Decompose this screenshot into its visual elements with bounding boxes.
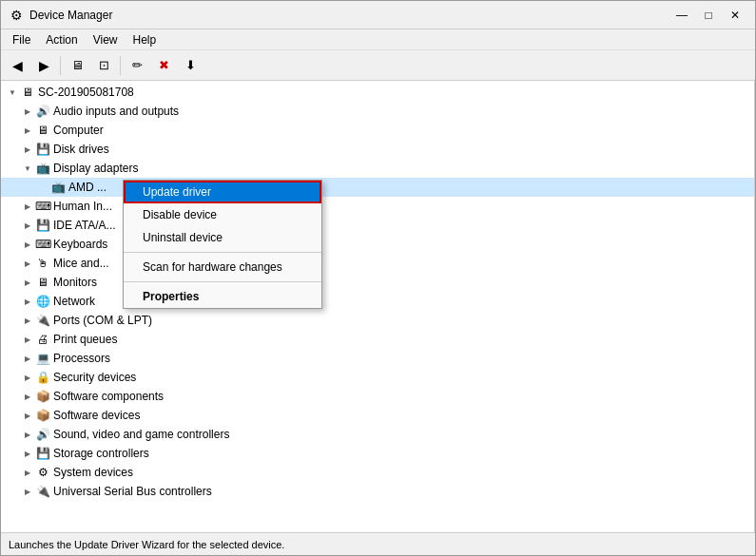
edit-button[interactable]: ✏ [125, 53, 149, 78]
tree-item-storage[interactable]: ▶ 💾 Storage controllers [1, 444, 754, 463]
sw-devices-arrow: ▶ [20, 408, 35, 423]
ctx-separator-2 [124, 281, 321, 282]
display-icon: 📺 [35, 161, 50, 176]
ports-arrow: ▶ [20, 313, 35, 328]
update-button[interactable]: ⬇ [178, 53, 203, 78]
human-label: Human In... [53, 200, 112, 213]
menubar: File Action View Help [1, 29, 755, 50]
sound-label: Sound, video and game controllers [53, 428, 229, 441]
ctx-properties[interactable]: Properties [124, 285, 321, 308]
tree-item-human[interactable]: ▶ ⌨ Human In... [1, 197, 754, 216]
disk-icon: 💾 [35, 142, 50, 157]
mice-arrow: ▶ [20, 256, 35, 271]
tree-item-usb[interactable]: ▶ 🔌 Universal Serial Bus controllers [1, 482, 754, 501]
statusbar-text: Launches the Update Driver Wizard for th… [9, 539, 284, 550]
audio-icon: 🔊 [35, 104, 50, 119]
menu-help[interactable]: Help [126, 31, 165, 48]
tree-item-network[interactable]: ▶ 🌐 Network [1, 292, 754, 311]
ctx-disable-device[interactable]: Disable device [124, 203, 321, 226]
tree-item-computer[interactable]: ▶ 🖥 Computer [1, 121, 754, 140]
ctx-separator-1 [124, 252, 321, 253]
tree-item-disk[interactable]: ▶ 💾 Disk drives [1, 140, 754, 159]
menu-view[interactable]: View [86, 31, 126, 48]
tree-item-ide[interactable]: ▶ 💾 IDE ATA/A... [1, 216, 754, 235]
network-icon: 🌐 [35, 294, 50, 309]
tree-item-monitors[interactable]: ▶ 🖥 Monitors [1, 273, 754, 292]
delete-button[interactable]: ✖ [151, 53, 176, 78]
sw-devices-icon: 📦 [35, 408, 50, 423]
amd-label: AMD ... [68, 181, 107, 194]
toolbar-separator-1 [60, 56, 61, 75]
tree-root[interactable]: ▼ 🖥 SC-201905081708 [1, 83, 754, 102]
storage-label: Storage controllers [53, 447, 149, 460]
keyboards-icon: ⌨ [35, 237, 50, 252]
security-label: Security devices [53, 371, 136, 384]
titlebar: ⚙ Device Manager — □ ✕ [1, 1, 755, 29]
monitors-arrow: ▶ [20, 275, 35, 290]
menu-action[interactable]: Action [38, 31, 85, 48]
ports-icon: 🔌 [35, 313, 50, 328]
sw-components-icon: 📦 [35, 389, 50, 404]
computer-label: Computer [53, 124, 104, 137]
system-icon: ⚙ [35, 465, 50, 480]
ctx-update-driver[interactable]: Update driver [124, 181, 321, 203]
monitors-icon: 🖥 [35, 275, 50, 290]
system-arrow: ▶ [20, 465, 35, 480]
tree-item-mice[interactable]: ▶ 🖱 Mice and... [1, 254, 754, 273]
tree-item-display[interactable]: ▼ 📺 Display adapters [1, 159, 754, 178]
minimize-button[interactable]: — [669, 6, 694, 25]
sw-components-arrow: ▶ [20, 389, 35, 404]
tree-item-sw-components[interactable]: ▶ 📦 Software components [1, 387, 754, 406]
usb-icon: 🔌 [35, 484, 50, 499]
monitors-label: Monitors [53, 276, 97, 289]
view-button[interactable]: ⊡ [91, 53, 116, 78]
tree-item-system[interactable]: ▶ ⚙ System devices [1, 463, 754, 482]
ide-label: IDE ATA/A... [53, 219, 116, 232]
mice-label: Mice and... [53, 257, 109, 270]
audio-arrow: ▶ [20, 104, 35, 119]
sw-components-label: Software components [53, 390, 164, 403]
tree-item-print[interactable]: ▶ 🖨 Print queues [1, 330, 754, 349]
tree-item-security[interactable]: ▶ 🔒 Security devices [1, 368, 754, 387]
tree-item-audio[interactable]: ▶ 🔊 Audio inputs and outputs [1, 102, 754, 121]
root-label: SC-201905081708 [38, 86, 134, 99]
amd-icon: 📺 [50, 180, 66, 195]
computer-button[interactable]: 🖥 [65, 53, 89, 78]
ports-label: Ports (COM & LPT) [53, 314, 152, 327]
computer-arrow: ▶ [20, 123, 35, 138]
ctx-uninstall-device[interactable]: Uninstall device [124, 226, 321, 249]
toolbar-separator-2 [120, 56, 121, 75]
network-label: Network [53, 295, 95, 308]
ide-arrow: ▶ [20, 218, 35, 233]
human-arrow: ▶ [20, 199, 35, 214]
tree-item-sw-devices[interactable]: ▶ 📦 Software devices [1, 406, 754, 425]
ide-icon: 💾 [35, 218, 50, 233]
back-button[interactable]: ◀ [5, 53, 29, 78]
sw-devices-label: Software devices [53, 409, 140, 422]
ctx-scan-hardware[interactable]: Scan for hardware changes [124, 256, 321, 278]
toolbar: ◀ ▶ 🖥 ⊡ ✏ ✖ ⬇ [1, 50, 755, 81]
usb-arrow: ▶ [20, 484, 35, 499]
maximize-button[interactable]: □ [696, 6, 721, 25]
tree-item-sound[interactable]: ▶ 🔊 Sound, video and game controllers [1, 425, 754, 444]
forward-button[interactable]: ▶ [31, 53, 56, 78]
tree-item-amd[interactable]: 📺 AMD ... [1, 178, 754, 197]
sound-icon: 🔊 [35, 427, 50, 442]
disk-label: Disk drives [53, 143, 109, 156]
system-label: System devices [53, 466, 133, 479]
titlebar-buttons: — □ ✕ [669, 6, 747, 25]
context-menu: Update driver Disable device Uninstall d… [123, 180, 322, 309]
statusbar: Launches the Update Driver Wizard for th… [1, 532, 755, 555]
close-button[interactable]: ✕ [723, 6, 747, 25]
processors-arrow: ▶ [20, 351, 35, 366]
amd-arrow [35, 180, 50, 195]
tree-item-keyboards[interactable]: ▶ ⌨ Keyboards [1, 235, 754, 254]
menu-file[interactable]: File [5, 31, 38, 48]
print-label: Print queues [53, 333, 117, 346]
tree-item-ports[interactable]: ▶ 🔌 Ports (COM & LPT) [1, 311, 754, 330]
usb-label: Universal Serial Bus controllers [53, 485, 212, 498]
tree-item-processors[interactable]: ▶ 💻 Processors [1, 349, 754, 368]
device-tree[interactable]: ▼ 🖥 SC-201905081708 ▶ 🔊 Audio inputs and… [1, 81, 755, 532]
disk-arrow: ▶ [20, 142, 35, 157]
security-arrow: ▶ [20, 370, 35, 385]
